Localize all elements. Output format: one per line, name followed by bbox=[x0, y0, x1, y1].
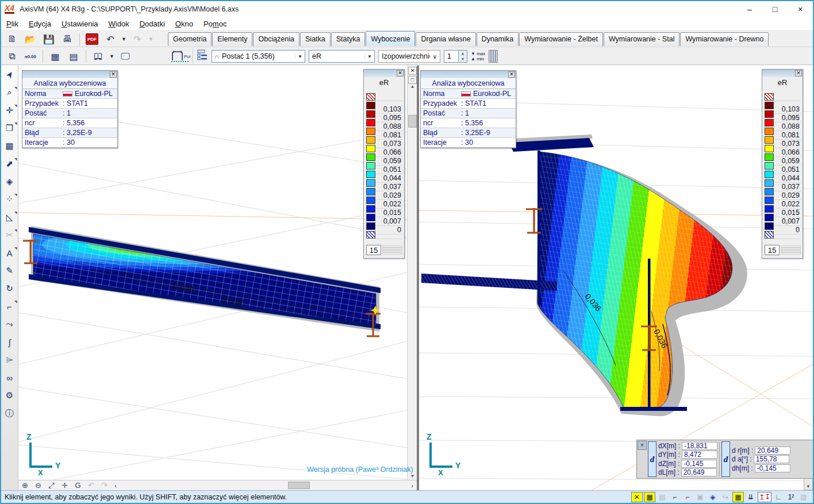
menu-okno[interactable]: Okno bbox=[170, 18, 198, 29]
select-tool[interactable]: ➤ bbox=[0, 65, 19, 84]
close-button[interactable]: × bbox=[788, 1, 813, 17]
multiplier-spinner[interactable]: 1 ▲▼ bbox=[444, 50, 467, 63]
panel-title-bar[interactable]: ✕ bbox=[421, 71, 516, 78]
rotate-view-icon[interactable]: G bbox=[71, 481, 85, 490]
close-icon[interactable]: ✕ bbox=[397, 70, 404, 76]
menu-pomoc[interactable]: Pomoc bbox=[198, 18, 232, 29]
hatch-icon[interactable]: ▨ bbox=[798, 492, 809, 502]
coordinate-value[interactable]: -0,145 bbox=[681, 460, 717, 468]
layers-button[interactable]: ⧉ bbox=[3, 49, 21, 64]
workplanes-tool[interactable]: ❒◥ bbox=[3, 121, 17, 135]
menu-edycja[interactable]: Edycja bbox=[24, 18, 56, 29]
hscroll-track[interactable] bbox=[120, 480, 408, 490]
pan-icon[interactable]: ✛ bbox=[58, 481, 71, 490]
drawings-library-button[interactable]: 🕮 bbox=[90, 49, 107, 64]
scroll-down-icon[interactable]: ▼ bbox=[804, 484, 812, 489]
workplane-return-icon[interactable]: ↪ bbox=[720, 492, 731, 502]
layer-manager-tool[interactable]: ✎ bbox=[3, 264, 17, 278]
panel-title-bar[interactable]: ✕ bbox=[22, 71, 117, 78]
close-icon[interactable]: ✕ bbox=[110, 71, 117, 78]
tab-wyboczenie[interactable]: Wyboczenie bbox=[366, 31, 415, 46]
pane-maximize-button[interactable]: □ bbox=[408, 76, 417, 84]
scroll-left-icon[interactable]: ‹ bbox=[111, 482, 120, 489]
close-icon[interactable]: ✕ bbox=[508, 71, 515, 78]
vscroll-thumb[interactable] bbox=[408, 115, 417, 128]
close-icon[interactable]: ✕ bbox=[795, 70, 802, 76]
zoom-fit-icon[interactable]: ⤢ bbox=[45, 481, 58, 490]
minimize-button[interactable]: – bbox=[737, 1, 762, 17]
zoom-out-icon[interactable]: ⊖ bbox=[32, 481, 45, 490]
print-button[interactable]: 🖶 bbox=[59, 32, 76, 47]
legend-scale-icon[interactable] bbox=[781, 245, 801, 255]
settings-tool[interactable]: ⚙ bbox=[3, 388, 17, 402]
legend-levels-input[interactable]: 15 bbox=[366, 245, 381, 255]
rotate-tool[interactable]: ◈ bbox=[3, 175, 17, 188]
open-file-button[interactable]: 📂 bbox=[22, 32, 39, 47]
maximize-button[interactable]: □ bbox=[762, 1, 788, 17]
scroll-down-icon[interactable]: ▼ bbox=[408, 474, 417, 479]
dimension-text-tool[interactable]: A◥ bbox=[3, 246, 17, 260]
display-options-tool[interactable]: ∞ bbox=[3, 371, 17, 384]
coordinate-value[interactable]: 20,649 bbox=[681, 468, 717, 476]
info-tool[interactable]: ⓘ bbox=[3, 406, 17, 420]
tab-statyka[interactable]: Statyka bbox=[331, 32, 366, 46]
coordinate-value[interactable]: 8,472 bbox=[682, 451, 717, 459]
elevation-marker-button[interactable]: ±0.00 bbox=[22, 49, 39, 64]
triad-toggle[interactable]: ∟ bbox=[773, 492, 784, 502]
crane-tool[interactable]: ⌐◥ bbox=[3, 299, 17, 313]
delta-toggle-button[interactable]: d bbox=[721, 441, 730, 477]
display-parameters-icon[interactable] bbox=[197, 49, 208, 64]
color-coding-tool[interactable]: ▦ bbox=[3, 139, 17, 153]
crane-icon[interactable]: ⌐ bbox=[669, 492, 681, 502]
pdf-export-button[interactable]: PDF bbox=[83, 32, 101, 47]
tab-obciążenia[interactable]: Obciążenia bbox=[253, 32, 300, 46]
views-tool[interactable]: ✛◥ bbox=[3, 103, 17, 117]
move-copy-tool[interactable]: ⬈◥ bbox=[3, 157, 17, 171]
pane-close-button[interactable]: ✕ bbox=[408, 67, 417, 75]
arrows-down-icon[interactable]: ⇊ bbox=[745, 492, 757, 502]
menu-widok[interactable]: Widok bbox=[103, 18, 135, 29]
snap-intersection-toggle[interactable]: ✕ bbox=[631, 492, 643, 502]
tables-button[interactable]: ▦ bbox=[47, 49, 64, 64]
spin-up-icon[interactable]: ▲ bbox=[459, 51, 467, 56]
report-maker-button[interactable]: ▤ bbox=[65, 49, 82, 64]
save-to-library-button[interactable]: 🖵 bbox=[117, 49, 134, 64]
tab-wymiarowanie-stal[interactable]: Wymiarowanie - Stal bbox=[604, 32, 680, 46]
geometry-check-tool[interactable]: ◺◥ bbox=[3, 210, 17, 224]
clipboard-icon[interactable]: ▣ bbox=[694, 492, 706, 502]
diagram-display-icon[interactable] bbox=[489, 50, 498, 63]
tab-wymiarowanie-żelbet[interactable]: Wymiarowanie - Żelbet bbox=[519, 32, 603, 46]
cross-section-tool[interactable]: ∫ bbox=[3, 335, 17, 349]
delta-toggle-button[interactable]: d bbox=[648, 441, 656, 477]
tab-wymiarowanie-drewno[interactable]: Wymiarowanie - Drewno bbox=[680, 32, 769, 46]
tab-dynamika[interactable]: Dynamika bbox=[477, 32, 519, 46]
undo-button[interactable]: ↶ bbox=[102, 32, 119, 47]
critical-load-icon[interactable]: Pcr bbox=[169, 49, 193, 64]
tab-drgania-własne[interactable]: Drgania własne bbox=[416, 32, 475, 46]
menu-ustawienia[interactable]: Ustawienia bbox=[56, 18, 103, 29]
coordinate-value[interactable]: -18,831 bbox=[682, 442, 717, 450]
save-button[interactable]: 💾 bbox=[40, 32, 57, 47]
menu-plik[interactable]: Plik bbox=[1, 18, 24, 29]
new-file-button[interactable]: 🗎 bbox=[3, 32, 21, 47]
guidelines-tool[interactable]: ⁘◥ bbox=[3, 193, 17, 206]
relative-origin-tool[interactable]: ⤳ bbox=[3, 317, 17, 331]
menu-dodatki[interactable]: Dodatki bbox=[135, 18, 170, 29]
coordinate-value[interactable]: 20,649 bbox=[755, 447, 790, 455]
left-pane-vscrollbar[interactable]: ✕ □ ▲ ▼ bbox=[407, 66, 417, 480]
tab-geometria[interactable]: Geometria bbox=[168, 32, 212, 46]
scroll-right-icon[interactable]: › bbox=[408, 482, 417, 489]
scroll-up-icon[interactable]: ▲ bbox=[408, 84, 417, 89]
renumber-tool[interactable]: ↻ bbox=[3, 282, 17, 295]
legend-levels-input[interactable]: 15 bbox=[765, 245, 780, 255]
coordinate-value[interactable]: -0,145 bbox=[755, 464, 790, 472]
coords-close-button[interactable]: × bbox=[638, 441, 647, 450]
buckling-mode-combo[interactable]: ∩ Postać 1 (5,356) ▼ bbox=[212, 50, 305, 63]
legend-scale-icon[interactable] bbox=[382, 245, 402, 255]
coordinate-value[interactable]: 155,78 bbox=[754, 455, 789, 463]
zoom-in-icon[interactable]: ⊕ bbox=[18, 481, 32, 490]
numbering-toggle[interactable]: 1² bbox=[785, 492, 797, 502]
guide-diamond-icon[interactable]: ◈ bbox=[707, 492, 719, 502]
panel-title-bar[interactable]: ✕ bbox=[762, 70, 803, 77]
tab-elementy[interactable]: Elementy bbox=[212, 32, 252, 46]
